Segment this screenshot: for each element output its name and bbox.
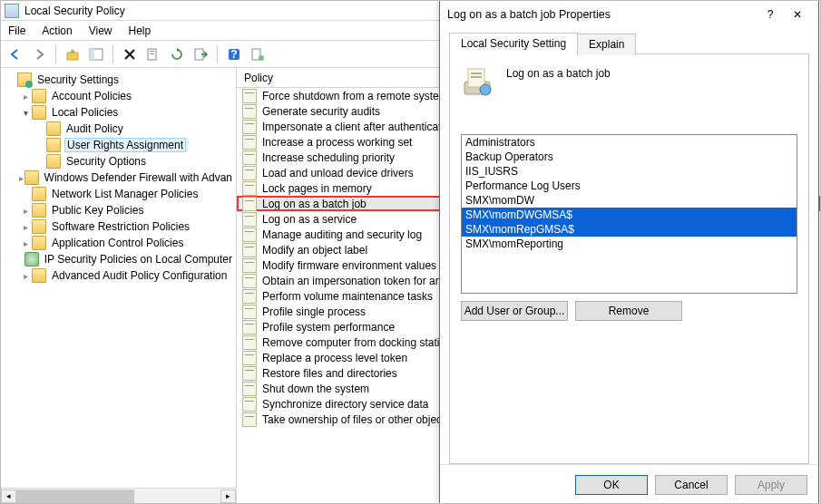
menu-file[interactable]: File: [8, 24, 25, 37]
user-list-item[interactable]: SMX\momDWGMSA$: [462, 208, 797, 222]
policy-icon: [242, 135, 257, 150]
tree-item[interactable]: Public Key Policies: [3, 202, 234, 218]
user-list-item[interactable]: Administrators: [462, 135, 797, 150]
tree-item[interactable]: Audit Policy: [3, 121, 234, 137]
tree-item-label: User Rights Assignment: [64, 138, 186, 152]
tree-expand-icon[interactable]: [19, 108, 32, 118]
tree-item[interactable]: Security Settings: [3, 72, 234, 88]
policy-icon: [242, 412, 257, 427]
up-button[interactable]: [62, 44, 83, 65]
remove-button[interactable]: Remove: [575, 301, 682, 321]
tree-item[interactable]: IP Security Policies on Local Computer: [3, 251, 234, 267]
tree-item-label: Security Options: [64, 155, 148, 168]
column-policy[interactable]: Policy: [244, 72, 273, 84]
tree-item-label: Public Key Policies: [50, 204, 145, 217]
policy-label: Replace a process level token: [262, 352, 407, 364]
tree-expand-icon[interactable]: [19, 173, 24, 183]
menu-action[interactable]: Action: [42, 24, 72, 37]
toolbar-separator: [112, 45, 113, 63]
properties-dialog: Log on as a batch job Properties ? ✕ Loc…: [439, 1, 819, 504]
policy-icon: [242, 351, 257, 365]
ok-button[interactable]: OK: [575, 475, 648, 495]
forward-button[interactable]: [28, 44, 50, 65]
scroll-track[interactable]: [16, 489, 220, 503]
scroll-right-button[interactable]: ▸: [220, 489, 236, 503]
policy-label: Modify an object label: [262, 244, 367, 257]
user-list-item[interactable]: Performance Log Users: [462, 179, 797, 193]
menu-help[interactable]: Help: [129, 24, 151, 37]
export-list-button[interactable]: [190, 44, 211, 65]
user-list-item[interactable]: Backup Operators: [462, 150, 797, 164]
tree-pane: Security SettingsAccount PoliciesLocal P…: [1, 68, 237, 503]
dialog-close-button[interactable]: ✕: [784, 5, 811, 24]
dialog-help-button[interactable]: ?: [757, 5, 784, 24]
policy-icon: [242, 305, 257, 319]
dialog-title: Log on as a batch job Properties: [447, 8, 611, 21]
user-list-item[interactable]: SMX\momRepGMSA$: [462, 222, 797, 237]
tree-item[interactable]: Account Policies: [3, 88, 234, 104]
folder-icon: [17, 73, 32, 87]
svg-rect-0: [67, 53, 78, 60]
svg-text:?: ?: [230, 48, 237, 61]
svg-point-15: [480, 84, 491, 95]
cancel-button[interactable]: Cancel: [655, 475, 728, 495]
tree-item[interactable]: Advanced Audit Policy Configuration: [3, 267, 234, 284]
tree-expand-icon[interactable]: [19, 238, 32, 248]
folder-icon: [46, 138, 61, 152]
policy-label: Modify firmware environment values: [262, 259, 436, 272]
tree-item[interactable]: User Rights Assignment: [3, 137, 234, 153]
tree-item[interactable]: Network List Manager Policies: [3, 186, 234, 202]
refresh-button[interactable]: [166, 44, 188, 65]
tree-expand-icon[interactable]: [19, 222, 32, 232]
tree-horizontal-scrollbar[interactable]: ◂ ▸: [1, 488, 236, 503]
add-user-or-group-button[interactable]: Add User or Group...: [461, 301, 568, 321]
tree-item[interactable]: Security Options: [3, 153, 234, 170]
policy-label: Force shutdown from a remote system: [262, 90, 448, 102]
dialog-body: Local Security Setting Explain Log on as…: [440, 28, 818, 464]
close-icon: ✕: [793, 8, 802, 21]
tree-item[interactable]: Local Policies: [3, 104, 234, 121]
menu-view[interactable]: View: [89, 24, 112, 37]
policy-icon: [242, 104, 257, 119]
policy-icon: [242, 212, 257, 227]
back-button[interactable]: [5, 44, 26, 65]
policy-icon: [242, 150, 257, 165]
user-list-item[interactable]: IIS_IUSRS: [462, 164, 797, 179]
tree-item[interactable]: Application Control Policies: [3, 235, 234, 251]
tree-expand-icon[interactable]: [19, 92, 32, 102]
tab-explain[interactable]: Explain: [577, 34, 636, 55]
policy-label: Take ownership of files or other objects: [262, 413, 450, 426]
tree-item-label: Windows Defender Firewall with Advan: [43, 171, 234, 184]
tree-item[interactable]: Windows Defender Firewall with Advan: [3, 170, 234, 186]
tree-expand-icon[interactable]: [19, 271, 32, 281]
tree-item[interactable]: Software Restriction Policies: [3, 218, 234, 235]
policy-label: Generate security audits: [262, 105, 380, 118]
user-list-item[interactable]: SMX\momDW: [462, 193, 797, 208]
tab-local-security-setting[interactable]: Local Security Setting: [449, 33, 578, 54]
toolbar-separator: [55, 45, 56, 63]
folder-icon: [32, 268, 46, 283]
user-list-item[interactable]: SMX\momReporting: [462, 237, 797, 251]
policy-label: Increase a process working set: [262, 136, 412, 149]
tree-expand-icon[interactable]: [19, 206, 32, 216]
scroll-left-button[interactable]: ◂: [1, 489, 16, 503]
help-button[interactable]: ?: [223, 44, 245, 65]
policy-icon: [242, 243, 257, 257]
policy-icon: [242, 289, 257, 304]
security-settings-tree[interactable]: Security SettingsAccount PoliciesLocal P…: [1, 68, 236, 488]
tree-item-label: Audit Policy: [64, 122, 125, 135]
policy-label: Obtain an impersonation token for an: [262, 275, 441, 287]
policy-icon: [242, 197, 257, 211]
policy-icon: [242, 181, 257, 196]
policy-label: Log on as a service: [262, 213, 357, 226]
tree-item-label: IP Security Policies on Local Computer: [43, 253, 234, 266]
apply-button: Apply: [735, 475, 807, 495]
delete-button[interactable]: [119, 44, 141, 65]
properties-button[interactable]: [142, 44, 164, 65]
show-hide-tree-button[interactable]: [85, 44, 107, 65]
scroll-thumb[interactable]: [16, 489, 134, 503]
user-group-listbox[interactable]: AdministratorsBackup OperatorsIIS_IUSRSP…: [461, 134, 797, 294]
dialog-title-bar: Log on as a batch job Properties ? ✕: [440, 1, 818, 28]
policy-label: Remove computer from docking stati: [262, 336, 439, 349]
toolbar-extra-button[interactable]: [247, 44, 269, 65]
